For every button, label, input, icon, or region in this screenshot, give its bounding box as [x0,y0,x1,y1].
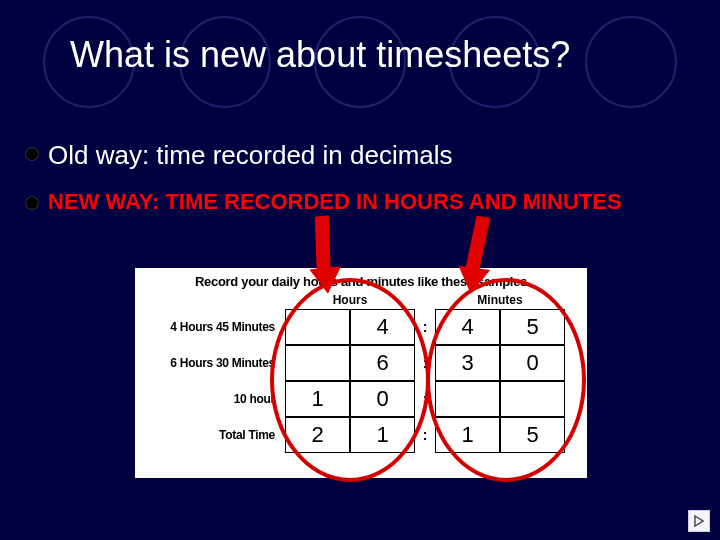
hours-tens [285,309,350,345]
bullet-item-old-way: Old way: time recorded in decimals [26,140,686,171]
hours-ones: 6 [350,345,415,381]
hours-ones: 4 [350,309,415,345]
next-slide-button[interactable] [688,510,710,532]
panel-title: Record your daily hours and minutes like… [135,274,587,289]
hours-ones: 0 [350,381,415,417]
hours-tens [285,345,350,381]
bullet-icon [26,148,38,160]
minutes-tens [435,381,500,417]
hours-cells: 1 0 [285,381,415,417]
hours-cells: 2 1 [285,417,415,453]
hours-cells: 6 [285,345,415,381]
hours-ones: 1 [350,417,415,453]
row-label: Total Time [135,428,285,442]
sample-panel: Record your daily hours and minutes like… [135,268,587,478]
colon-separator: : [415,355,435,371]
minutes-ones [500,381,565,417]
panel-grid: 4 Hours 45 Minutes 4 : 4 5 6 Hours 30 Mi… [135,309,587,453]
svg-marker-0 [695,516,703,526]
minutes-tens: 3 [435,345,500,381]
bullet-text: NEW WAY: TIME RECORDED IN HOURS AND MINU… [48,189,622,215]
minutes-ones: 5 [500,309,565,345]
minutes-cells: 1 5 [435,417,565,453]
minutes-tens: 1 [435,417,500,453]
header-hours: Hours [285,293,415,307]
colon-separator: : [415,427,435,443]
minutes-cells: 4 5 [435,309,565,345]
panel-column-headers: Hours Minutes [135,293,587,307]
bullet-icon [26,197,38,209]
play-icon [694,515,704,527]
hours-tens: 1 [285,381,350,417]
colon-separator: : [415,391,435,407]
row-label: 6 Hours 30 Minutes [135,356,285,370]
bullet-text: Old way: time recorded in decimals [48,140,453,171]
minutes-ones: 5 [500,417,565,453]
row-label: 10 hour [135,392,285,406]
minutes-ones: 0 [500,345,565,381]
colon-separator: : [415,319,435,335]
slide-title: What is new about timesheets? [70,34,670,76]
bullet-list: Old way: time recorded in decimals NEW W… [26,140,686,233]
hours-cells: 4 [285,309,415,345]
row-label: 4 Hours 45 Minutes [135,320,285,334]
minutes-cells: 3 0 [435,345,565,381]
bullet-item-new-way: NEW WAY: TIME RECORDED IN HOURS AND MINU… [26,189,686,215]
minutes-cells [435,381,565,417]
slide: What is new about timesheets? Old way: t… [0,0,720,540]
hours-tens: 2 [285,417,350,453]
minutes-tens: 4 [435,309,500,345]
header-minutes: Minutes [435,293,565,307]
